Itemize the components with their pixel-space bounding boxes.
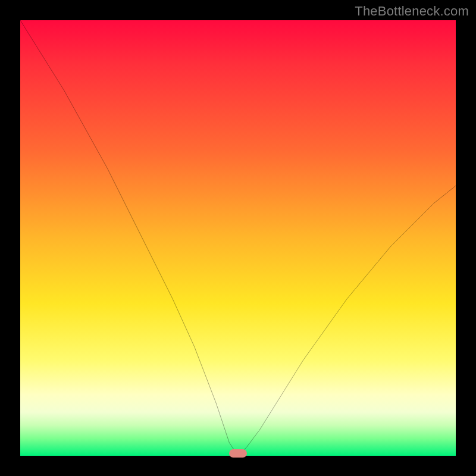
plot-area [20, 20, 456, 456]
chart-frame: TheBottleneck.com [0, 0, 476, 476]
bottleneck-minimum-marker [229, 449, 247, 458]
watermark-text: TheBottleneck.com [355, 4, 469, 19]
bottleneck-curve [20, 20, 456, 456]
